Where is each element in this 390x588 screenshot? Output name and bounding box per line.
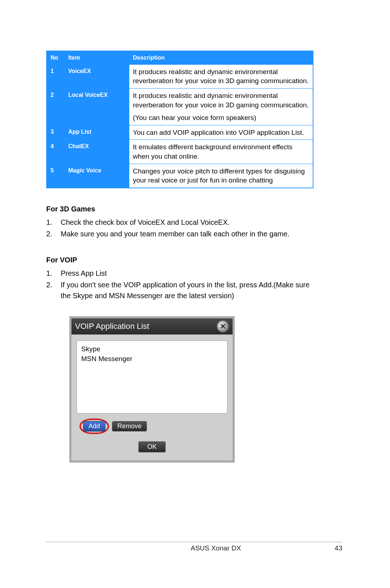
cell-item: Magic Voice (65, 164, 129, 188)
footer-page: 43 (335, 544, 342, 552)
steps-voip: 1.Press App List2.If you don't see the V… (46, 268, 313, 301)
voip-app-listbox[interactable]: SkypeMSN Messenger (77, 340, 228, 413)
cell-item: VoiceEX (65, 64, 129, 88)
table-row: 4ChatEXIt emulates different background … (47, 140, 313, 164)
cell-item: App List (65, 125, 129, 140)
ok-button[interactable]: OK (138, 441, 166, 452)
dialog-title: VOIP Application List (75, 322, 217, 331)
remove-button[interactable]: Remove (112, 421, 147, 432)
table-row: 2Local VoiceEXIt produces realistic and … (47, 88, 313, 125)
list-item: 1.Check the check box of VoiceEX and Loc… (46, 217, 313, 228)
cell-desc: It produces realistic and dynamic enviro… (129, 88, 313, 125)
th-item: Item (65, 51, 129, 64)
cell-item: Local VoiceEX (65, 88, 129, 125)
list-item: 1.Press App List (46, 268, 313, 279)
voip-app-list-dialog: VOIP Application List ✕ SkypeMSN Messeng… (69, 316, 235, 463)
cell-no: 1 (47, 64, 65, 88)
cell-no: 2 (47, 88, 65, 125)
section-title-voip: For VOIP (46, 256, 313, 264)
table-row: 3App ListYou can add VOIP application in… (47, 125, 313, 140)
footer-product: ASUS Xonar DX (191, 544, 241, 552)
cell-desc: It emulates different background environ… (129, 140, 313, 164)
table-row: 1VoiceEXIt produces realistic and dynami… (47, 64, 313, 88)
cell-desc: Changes your voice pitch to different ty… (129, 164, 313, 188)
th-no: No (47, 51, 65, 64)
list-item[interactable]: MSN Messenger (81, 354, 223, 364)
add-button[interactable]: Add (83, 421, 105, 432)
highlight-circle: Add (79, 419, 109, 434)
feature-table: No Item Description 1VoiceEXIt produces … (46, 51, 313, 188)
cell-desc: It produces realistic and dynamic enviro… (129, 64, 313, 88)
list-item: 2.Make sure you and your team member can… (46, 228, 313, 239)
steps-3dgames: 1.Check the check box of VoiceEX and Loc… (46, 217, 313, 239)
cell-desc: You can add VOIP application into VOIP a… (129, 125, 313, 140)
th-desc: Description (129, 51, 313, 64)
close-icon[interactable]: ✕ (217, 320, 229, 332)
list-item: 2.If you don't see the VOIP application … (46, 279, 313, 301)
section-title-3dgames: For 3D Games (46, 205, 313, 213)
cell-no: 5 (47, 164, 65, 188)
list-item[interactable]: Skype (81, 344, 223, 354)
footer-divider (46, 542, 342, 542)
cell-no: 3 (47, 125, 65, 140)
cell-no: 4 (47, 140, 65, 164)
dialog-titlebar: VOIP Application List ✕ (72, 318, 233, 335)
cell-item: ChatEX (65, 140, 129, 164)
table-row: 5Magic VoiceChanges your voice pitch to … (47, 164, 313, 188)
